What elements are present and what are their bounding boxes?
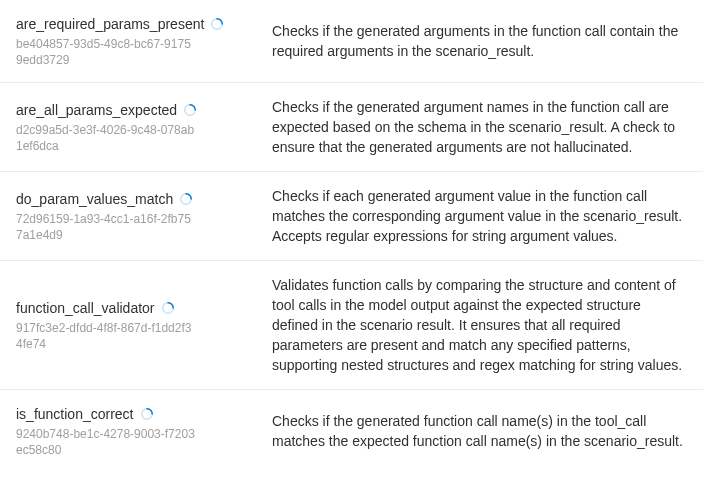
list-item[interactable]: are_required_params_present be404857-93d…	[0, 0, 703, 83]
item-name[interactable]: are_required_params_present	[16, 14, 204, 34]
item-uuid: 9240b748-be1c-4278-9003-f7203ec58c80	[16, 426, 196, 458]
item-name-line: are_required_params_present	[16, 14, 248, 34]
list-item[interactable]: do_param_values_match 72d96159-1a93-4cc1…	[0, 172, 703, 261]
spinner-icon	[140, 407, 154, 421]
item-name[interactable]: is_function_correct	[16, 404, 134, 424]
list-item[interactable]: are_all_params_expected d2c99a5d-3e3f-40…	[0, 83, 703, 172]
list-item[interactable]: function_call_validator 917fc3e2-dfdd-4f…	[0, 261, 703, 390]
item-uuid: be404857-93d5-49c8-bc67-91759edd3729	[16, 36, 196, 68]
spinner-icon	[210, 17, 224, 31]
item-description: Checks if each generated argument value …	[272, 186, 683, 246]
item-description: Checks if the generated argument names i…	[272, 97, 683, 157]
item-name[interactable]: function_call_validator	[16, 298, 155, 318]
item-meta: are_required_params_present be404857-93d…	[16, 14, 248, 68]
spinner-icon	[161, 301, 175, 315]
item-description: Validates function calls by comparing th…	[272, 275, 683, 375]
spinner-icon	[183, 103, 197, 117]
item-name-line: function_call_validator	[16, 298, 248, 318]
item-uuid: 72d96159-1a93-4cc1-a16f-2fb757a1e4d9	[16, 211, 196, 243]
item-uuid: 917fc3e2-dfdd-4f8f-867d-f1dd2f34fe74	[16, 320, 196, 352]
item-name[interactable]: do_param_values_match	[16, 189, 173, 209]
item-name-line: are_all_params_expected	[16, 100, 248, 120]
list-item[interactable]: is_function_correct 9240b748-be1c-4278-9…	[0, 390, 703, 472]
validator-list: are_required_params_present be404857-93d…	[0, 0, 703, 472]
item-name[interactable]: are_all_params_expected	[16, 100, 177, 120]
item-meta: function_call_validator 917fc3e2-dfdd-4f…	[16, 298, 248, 352]
item-uuid: d2c99a5d-3e3f-4026-9c48-078ab1ef6dca	[16, 122, 196, 154]
item-description: Checks if the generated function call na…	[272, 411, 683, 451]
spinner-icon	[179, 192, 193, 206]
item-description: Checks if the generated arguments in the…	[272, 21, 683, 61]
item-meta: are_all_params_expected d2c99a5d-3e3f-40…	[16, 100, 248, 154]
item-meta: do_param_values_match 72d96159-1a93-4cc1…	[16, 189, 248, 243]
item-name-line: is_function_correct	[16, 404, 248, 424]
item-meta: is_function_correct 9240b748-be1c-4278-9…	[16, 404, 248, 458]
item-name-line: do_param_values_match	[16, 189, 248, 209]
